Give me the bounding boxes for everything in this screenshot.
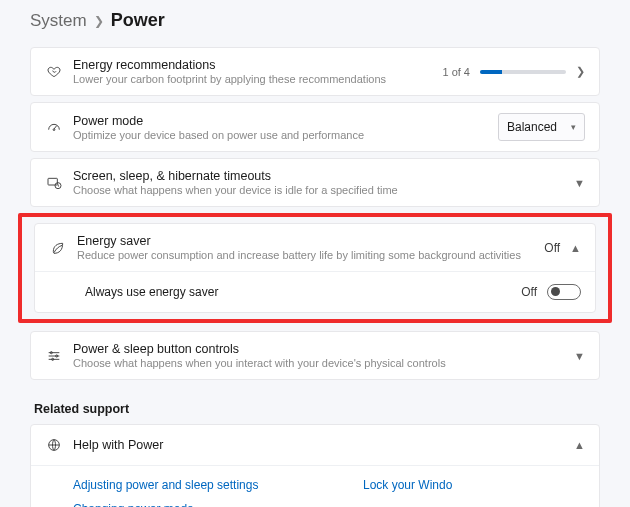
link-change-power-mode[interactable]: Changing power mode: [73, 502, 363, 507]
sliders-icon: [43, 348, 65, 364]
power-mode-sub: Optimize your device based on power use …: [73, 129, 498, 141]
power-mode-title: Power mode: [73, 114, 498, 128]
chevron-right-icon: ❯: [94, 14, 104, 28]
heart-leaf-icon: [43, 64, 65, 80]
timeouts-title: Screen, sleep, & hibernate timeouts: [73, 169, 574, 183]
energy-rec-progress: [480, 70, 566, 74]
power-mode-value: Balanced: [507, 120, 557, 134]
screen-timeout-icon: [43, 175, 65, 191]
chevron-right-icon: ❯: [576, 65, 585, 78]
power-buttons-sub: Choose what happens when you interact wi…: [73, 357, 574, 369]
energy-saver-card[interactable]: Energy saver Reduce power consumption an…: [34, 223, 596, 313]
related-support-heading: Related support: [12, 386, 618, 424]
help-header-row[interactable]: Help with Power ▲: [31, 425, 599, 465]
timeouts-sub: Choose what happens when your device is …: [73, 184, 574, 196]
chevron-down-icon: ▾: [571, 122, 576, 132]
energy-rec-counter: 1 of 4: [442, 66, 470, 78]
energy-rec-sub: Lower your carbon footprint by applying …: [73, 73, 442, 85]
timeouts-card[interactable]: Screen, sleep, & hibernate timeouts Choo…: [30, 158, 600, 207]
link-lock-windows[interactable]: Lock your Windo: [363, 478, 452, 492]
always-energy-saver-row: Always use energy saver Off: [35, 271, 595, 312]
chevron-down-icon: ▼: [574, 177, 585, 189]
always-energy-saver-toggle[interactable]: [547, 284, 581, 300]
power-buttons-title: Power & sleep button controls: [73, 342, 574, 356]
energy-saver-title: Energy saver: [77, 234, 544, 248]
power-mode-card: Power mode Optimize your device based on…: [30, 102, 600, 152]
energy-saver-sub: Reduce power consumption and increase ba…: [77, 249, 544, 261]
help-card: Help with Power ▲ Adjusting power and sl…: [30, 424, 600, 507]
link-adjust-power[interactable]: Adjusting power and sleep settings: [73, 478, 363, 492]
always-energy-saver-label: Always use energy saver: [85, 285, 521, 299]
energy-rec-title: Energy recommendations: [73, 58, 442, 72]
breadcrumb-current: Power: [111, 10, 165, 31]
svg-point-0: [53, 129, 55, 131]
chevron-down-icon: ▼: [574, 350, 585, 362]
leaf-icon: [47, 240, 69, 256]
breadcrumb: System ❯ Power: [12, 0, 618, 47]
chevron-up-icon: ▲: [574, 439, 585, 451]
power-mode-dropdown[interactable]: Balanced ▾: [498, 113, 585, 141]
help-title: Help with Power: [73, 438, 574, 452]
help-links: Adjusting power and sleep settings Chang…: [31, 465, 599, 507]
chevron-up-icon: ▲: [570, 242, 581, 254]
energy-recommendations-card[interactable]: Energy recommendations Lower your carbon…: [30, 47, 600, 96]
gauge-icon: [43, 119, 65, 135]
power-button-controls-card[interactable]: Power & sleep button controls Choose wha…: [30, 331, 600, 380]
energy-saver-status: Off: [544, 241, 560, 255]
highlight-box: Energy saver Reduce power consumption an…: [18, 213, 612, 323]
always-energy-saver-status: Off: [521, 285, 537, 299]
breadcrumb-parent[interactable]: System: [30, 11, 87, 31]
globe-icon: [43, 437, 65, 453]
